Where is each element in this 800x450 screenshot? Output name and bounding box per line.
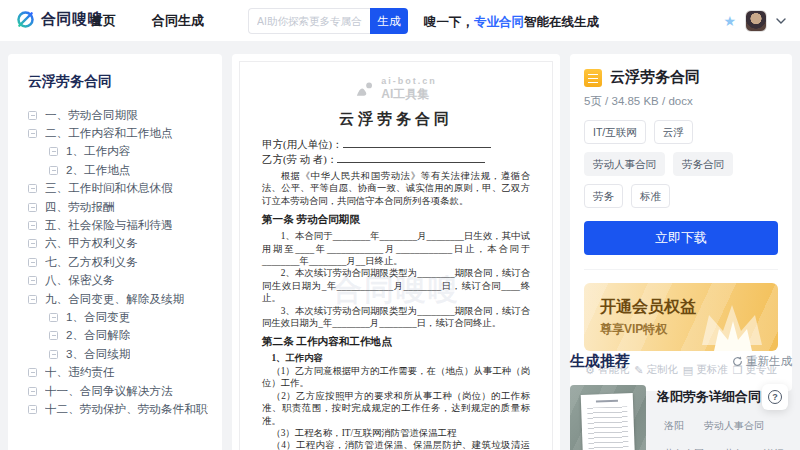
outline-item[interactable]: 二、工作内容和工作地点 xyxy=(28,124,208,142)
outline-item[interactable]: 九、合同变更、解除及续期 xyxy=(28,290,208,308)
outline-item-label: 1、工作内容 xyxy=(66,144,130,159)
collapse-icon[interactable] xyxy=(49,166,58,175)
thumbnail-page xyxy=(581,393,636,450)
collapse-icon[interactable] xyxy=(28,129,37,138)
collapse-icon[interactable] xyxy=(28,405,37,414)
section-paragraphs: 1、本合同于________年________月________日生效，其中试用… xyxy=(262,230,530,329)
outline-item[interactable]: 1、合同变更 xyxy=(28,308,208,326)
generate-button[interactable]: 生成 xyxy=(370,8,408,34)
outline-item[interactable]: 2、合同解除 xyxy=(28,327,208,345)
watermark-sub: AI工具集 xyxy=(381,86,437,103)
user-avatar[interactable] xyxy=(745,10,767,32)
outline-item[interactable]: 1、工作内容 xyxy=(28,143,208,161)
aibot-paw-icon xyxy=(355,82,375,97)
contract-outline: 一、劳动合同期限 二、工作内容和工作地点 1、工作内容 2、工作地点 三、工作时… xyxy=(28,106,208,419)
recommend-tag[interactable]: 劳务合同 xyxy=(657,443,711,450)
doc-preamble: 根据《中华人民共和国劳动法》等有关法律法规，遵循合法、公平、平等自愿、协商一致、… xyxy=(262,170,530,207)
recommend-tag[interactable]: 劳动人事合同 xyxy=(697,415,771,437)
doc-info-title: 云浮劳务合同 xyxy=(610,68,700,87)
vip-banner[interactable]: 开通会员权益 尊享VIP特权 xyxy=(584,283,778,351)
outline-item-label: 十二、劳动保护、劳动条件和职业危害防护 xyxy=(45,402,208,417)
outline-item-label: 十、违约责任 xyxy=(45,365,115,380)
outline-item[interactable]: 六、甲方权利义务 xyxy=(28,235,208,253)
nav-right: ★ xyxy=(723,0,786,42)
outline-item[interactable]: 五、社会保险与福利待遇 xyxy=(28,216,208,234)
vip-title: 开通会员权益 xyxy=(600,297,696,318)
regenerate-button[interactable]: 重新生成 xyxy=(732,354,792,369)
favorite-star-icon[interactable]: ★ xyxy=(723,13,736,29)
collapse-icon[interactable] xyxy=(49,313,58,322)
collapse-icon[interactable] xyxy=(28,387,37,396)
recommend-tag[interactable]: 洛阳 xyxy=(657,415,691,437)
tagline-suffix: 智能在线生成 xyxy=(524,15,599,29)
doc-title: 云浮劳务合同 xyxy=(262,110,530,129)
section-paragraphs: 1、工作内容 （1）乙方同意根据甲方的工作需要，在（地点）从事工种（岗位）工作。… xyxy=(262,352,530,450)
document-preview-panel: ai-bot.cn AI工具集 云浮劳务合同 甲方(用人单位)： 乙方(劳 动 … xyxy=(232,54,560,450)
section-paragraph: （4）工程内容，消防管道保温、保温层防护、建筑垃圾清运等。 xyxy=(262,439,530,450)
outline-item[interactable]: 一、劳动合同期限 xyxy=(28,106,208,124)
search-group: 生成 xyxy=(248,8,408,34)
doc-sections: 第一条 劳动合同期限 1、本合同于________年________月_____… xyxy=(262,213,530,450)
help-button[interactable]: ? xyxy=(762,384,788,410)
doc-tag[interactable]: 云浮 xyxy=(654,120,693,144)
collapse-icon[interactable] xyxy=(28,258,37,267)
outline-item[interactable]: 3、合同续期 xyxy=(28,345,208,363)
collapse-icon[interactable] xyxy=(49,350,58,359)
download-button[interactable]: 立即下载 xyxy=(584,221,778,255)
outline-item[interactable]: 2、工作地点 xyxy=(28,161,208,179)
outline-item[interactable]: 七、乙方权利义务 xyxy=(28,253,208,271)
doc-tag[interactable]: 标准 xyxy=(631,184,670,208)
outline-item[interactable]: 四、劳动报酬 xyxy=(28,198,208,216)
doc-tag[interactable]: 劳务 xyxy=(584,184,623,208)
outline-item-label: 八、保密义务 xyxy=(45,273,115,288)
outline-item-label: 2、工作地点 xyxy=(66,163,130,178)
recommend-title: 生成推荐 xyxy=(570,352,630,371)
party-b-line: 乙方(劳 动 者)： xyxy=(262,152,530,167)
doc-tag[interactable]: IT/互联网 xyxy=(584,120,646,144)
collapse-icon[interactable] xyxy=(49,331,58,340)
watermark-brand: ai-bot.cn xyxy=(381,76,437,86)
collapse-icon[interactable] xyxy=(28,276,37,285)
vip-subtitle: 尊享VIP特权 xyxy=(600,321,667,338)
section-paragraph: 1、本合同于________年________月________日生效，其中试用… xyxy=(262,230,530,267)
outline-item[interactable]: 十一、合同争议解决方法 xyxy=(28,382,208,400)
search-input[interactable] xyxy=(248,8,370,34)
collapse-icon[interactable] xyxy=(28,368,37,377)
collapse-icon[interactable] xyxy=(28,111,37,120)
outline-item[interactable]: 三、工作时间和休息休假 xyxy=(28,180,208,198)
outline-item-label: 五、社会保险与福利待遇 xyxy=(45,218,173,233)
recommend-tag[interactable]: 详细 xyxy=(757,443,791,450)
recommend-tag[interactable]: 劳务 xyxy=(717,443,751,450)
watermark-logo: ai-bot.cn AI工具集 xyxy=(262,76,530,103)
nav-item[interactable]: 合同生成 xyxy=(152,12,204,30)
outline-item-label: 十一、合同争议解决方法 xyxy=(45,384,173,399)
doc-info-head: 云浮劳务合同 xyxy=(584,68,778,87)
outline-panel: 云浮劳务合同 一、劳动合同期限 二、工作内容和工作地点 1、工作内容 2、工作地… xyxy=(8,54,222,450)
outline-item[interactable]: 八、保密义务 xyxy=(28,272,208,290)
outline-item-label: 六、甲方权利义务 xyxy=(45,236,138,251)
doc-body: 根据《中华人民共和国劳动法》等有关法律法规，遵循合法、公平、平等自愿、协商一致、… xyxy=(262,170,530,450)
question-mark-icon: ? xyxy=(768,390,782,404)
top-navbar: 合同嗖嗖 首页 合同生成 生成 嗖一下，专业合同智能在线生成 ★ xyxy=(0,0,800,42)
collapse-icon[interactable] xyxy=(28,221,37,230)
doc-info-card: 云浮劳务合同 5页 / 34.85 KB / docx IT/互联网 云浮 劳动… xyxy=(570,54,792,391)
outline-item-label: 2、合同解除 xyxy=(66,328,130,343)
doc-tag[interactable]: 劳动人事合同 xyxy=(584,152,665,176)
collapse-icon[interactable] xyxy=(28,295,37,304)
outline-item[interactable]: 十二、劳动保护、劳动条件和职业危害防护 xyxy=(28,400,208,418)
divider xyxy=(584,269,778,270)
outline-item[interactable]: 十、违约责任 xyxy=(28,363,208,381)
tagline-highlight: 专业合同 xyxy=(474,15,524,29)
recommend-item[interactable]: 洛阳劳务详细合同 洛阳 劳动人事合同 劳务合同 劳务 详细 xyxy=(570,385,792,450)
chevron-down-icon[interactable] xyxy=(776,18,786,24)
tagline: 嗖一下，专业合同智能在线生成 xyxy=(424,14,599,31)
doc-meta: 5页 / 34.85 KB / docx xyxy=(584,94,778,109)
collapse-icon[interactable] xyxy=(28,184,37,193)
collapse-icon[interactable] xyxy=(49,147,58,156)
blank-line xyxy=(343,138,491,148)
nav-item[interactable]: 首页 xyxy=(90,12,116,30)
collapse-icon[interactable] xyxy=(28,203,37,212)
crown-icon xyxy=(690,293,774,351)
doc-tag[interactable]: 劳务合同 xyxy=(673,152,733,176)
collapse-icon[interactable] xyxy=(28,239,37,248)
